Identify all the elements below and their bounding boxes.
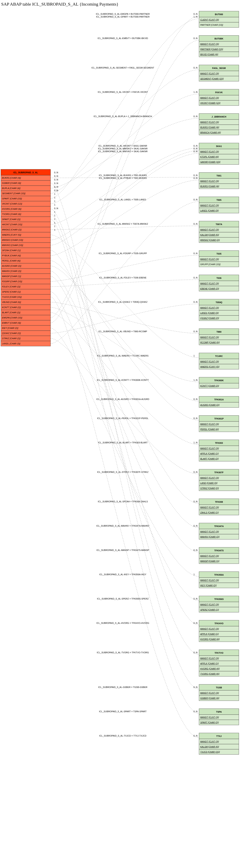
relation-edge xyxy=(50,151,199,240)
table-header: T036 xyxy=(216,277,221,279)
page-title: SAP ABAP table ICL_SUBROPAID_S_AL {Incom… xyxy=(0,0,247,9)
relation-edge xyxy=(50,307,199,382)
cardinality-target: 1 xyxy=(193,573,195,576)
relation-label: ICL_SUBROPAID_S_AL-SPERZ = TFK056S-SPERZ xyxy=(97,597,149,600)
relation-label: ICL_SUBROPAID_S_AL-PERSL = TFK001P-PERSL xyxy=(97,417,148,420)
table-field: TXJCD [CHAR (15)] xyxy=(2,296,22,298)
cardinality-source: 1 xyxy=(54,200,55,203)
table-field: MWSKZ [CHAR (2)] xyxy=(200,239,220,241)
table-field: HVORG [CHAR (4)] xyxy=(200,668,220,670)
cardinality-target: 0..N xyxy=(193,115,198,118)
table-field: APPLK [CHAR (1)] xyxy=(200,452,219,455)
table-header: T007A xyxy=(216,223,222,225)
table-field: MANDT [CLNT (3)] xyxy=(200,180,219,182)
cardinality-target: 0..N xyxy=(193,417,198,420)
table-field: BLART [CHAR (2)] xyxy=(200,458,219,460)
cardinality-source: 1 xyxy=(54,225,55,227)
cardinality-target: 1 xyxy=(193,354,195,357)
cardinality-target: 0..N xyxy=(193,276,198,279)
table-TFK056S: TFK056SMANDT [CLNT (3)]SPERZ [CHAR (1)] xyxy=(199,596,239,612)
relation-label: ICL_SUBROPAID_S_AL-QSSKZ = T059Q-QSSKZ xyxy=(98,301,147,303)
table-header: TFKHVO xyxy=(214,622,223,625)
cardinality-source: 1 xyxy=(54,211,55,213)
relation-label: ICL_SUBROPAID_S_AL-HVORG = TFKHVO-HVORG xyxy=(96,622,149,624)
table-field: FDGRP [CHAR (10)] xyxy=(2,280,22,283)
table-field: QSSKZ [CHAR (2)] xyxy=(2,332,21,334)
cardinality-target: 1..N xyxy=(193,91,198,93)
table-field: MANDT [CLNT (3)] xyxy=(200,307,219,309)
relation-label: ICL_SUBROPAID_S_AL-BUPLA = J_1BBRANCH-BR… xyxy=(94,115,152,118)
cardinality-target: 0..N xyxy=(193,651,198,654)
table-field: EMBVT [CHAR (4)] xyxy=(2,322,21,324)
table-field: BUPLA [CHAR (4)] xyxy=(2,187,21,189)
cardinality-target: 0..N xyxy=(193,150,198,153)
cardinality-target: 0..N xyxy=(193,525,198,527)
table-field: AUGRD [CHAR (2)] xyxy=(2,265,22,267)
cardinality-target: 0..N xyxy=(193,500,198,503)
relation-label: ICL_SUBROPAID_S_AL-WAERS = TCURC-WAERS xyxy=(97,354,148,357)
cardinality-target: 0..N xyxy=(193,622,198,624)
table-header: T001 xyxy=(216,175,221,177)
cardinality-source: 1 xyxy=(54,193,55,195)
table-field: GSBER [CHAR (4)] xyxy=(2,182,21,184)
table-header: TSPA xyxy=(216,711,222,713)
table-field: KONTT [CHAR (2)] xyxy=(2,306,21,309)
relation-edge xyxy=(50,297,199,738)
cardinality-target: 0..N xyxy=(193,174,198,177)
table-TFK008: TFK008MANDT [CLNT (3)]ZAHLS [CHAR (1)] xyxy=(199,499,239,515)
relation-label: ICL_SUBROPAID_S_AL-MWSKO = SKA1-SAKNR xyxy=(98,147,148,150)
table-header: TFK007F xyxy=(214,471,224,474)
table-field: LAND1 [CHAR (3)] xyxy=(200,312,219,314)
table-header: TTXJ xyxy=(216,735,222,737)
cardinality-target: 0..N xyxy=(193,330,198,333)
table-T001: T001MANDT [CLNT (3)]BUKRS [CHAR (4)] xyxy=(199,173,239,189)
table-field: PERSL [CHAR (4)] xyxy=(2,259,21,262)
table-BUT000: BUT000CLIENT [CLNT (3)]PARTNER [CHAR (10… xyxy=(199,11,239,28)
table-field: SEGMENT [CHAR (10)] xyxy=(2,192,26,195)
table-field: BUKRS [CHAR (4)] xyxy=(200,126,219,128)
table-field: PARTNER [CHAR (10)] xyxy=(200,24,223,26)
table-field: MWSKO [CHAR (10)] xyxy=(2,239,23,241)
table-field: STRKZ [CHAR (2)] xyxy=(2,337,21,340)
relation-label: ICL_SUBROPAID_S_AL-VBUND = T880-RCOMP xyxy=(99,330,147,333)
table-T007A: T007AMANDT [CLNT (3)]KALSM [CHAR (6)]MWS… xyxy=(199,221,239,243)
table-header: TFK047A xyxy=(214,525,224,527)
relation-edge xyxy=(50,328,199,577)
table-header: TGSB xyxy=(216,686,222,689)
table-header: TFK056A xyxy=(214,574,224,576)
table-header: T059Q xyxy=(216,301,222,304)
table-field: MANDT [CLNT (3)] xyxy=(200,282,219,285)
table-TFK001P: TFK001PMANDT [CLNT (3)]PERSL [CHAR (4)] xyxy=(199,415,239,432)
relation-label: ICL_SUBROPAID_S_AL-GSBER = TGSB-GSBER xyxy=(98,686,147,688)
table-T036: T036MANDT [CLNT (3)]EBENE [CHAR (2)] xyxy=(199,275,239,291)
table-field: HKONT [CHAR (10)] xyxy=(2,223,22,226)
table-header: T005 xyxy=(216,199,221,201)
table-header: J_1BBRANCH xyxy=(212,116,226,118)
relation-edge xyxy=(50,302,199,333)
table-header: ICL_SUBROPAID_S_AL xyxy=(13,171,38,174)
table-field: SEGMENT [CHAR (10)] xyxy=(200,78,224,80)
table-TFK056A: TFK056AMANDT [CLNT (3)]IKEY [CHAR (2)] xyxy=(199,571,239,588)
cardinality-source: 0..N xyxy=(54,171,58,174)
table-T880: T880MANDT [CLNT (3)]RCOMP [CHAR (6)] xyxy=(199,329,239,345)
table-field: VBUND [CHAR (6)] xyxy=(2,301,21,303)
table-field: MANDT [CLNT (3)] xyxy=(200,716,219,718)
table-TFKHVO: TFKHVOMANDT [CLNT (3)]APPLK [CHAR (1)]HV… xyxy=(199,620,239,642)
cardinality-target: 1..N xyxy=(193,16,198,18)
table-field: IKEY [CHAR (2)] xyxy=(2,327,19,329)
table-header: TFKTVO xyxy=(215,652,223,654)
table-field: SPART [CHAR (2)] xyxy=(2,218,21,220)
relation-label: ICL_SUBROPAID_S_AL-EMGPA = BUT000-PARTNE… xyxy=(96,13,150,15)
table-BUT0BK: BUT0BKMANDT [CLNT (3)]PARTNER [CHAR (10)… xyxy=(199,35,239,57)
table-field: STRKZ [CHAR (2)] xyxy=(200,487,219,489)
cardinality-target: 0..N xyxy=(193,471,198,473)
relation-edge xyxy=(50,292,199,601)
table-field: ZAHLS [CHAR (1)] xyxy=(200,511,219,514)
table-header: TFK047S xyxy=(214,549,223,552)
relation-label: ICL_SUBROPAID_S_AL-SEGMENT = FAGL_SEGM-S… xyxy=(91,66,154,69)
relation-label: ICL_SUBROPAID_S_AL-VKONT = FKKVK-VKONT xyxy=(98,91,148,93)
table-field: MANDT [CLNT (3)] xyxy=(200,447,219,450)
table-field: QSSKZ [CHAR (2)] xyxy=(200,317,219,319)
table-TFK000K: TFK000KKONTT [CHAR (2)] xyxy=(199,377,239,389)
table-TFKTVO: TFKTVOMANDT [CLNT (3)]APPLK [CHAR (1)]HV… xyxy=(199,650,239,676)
